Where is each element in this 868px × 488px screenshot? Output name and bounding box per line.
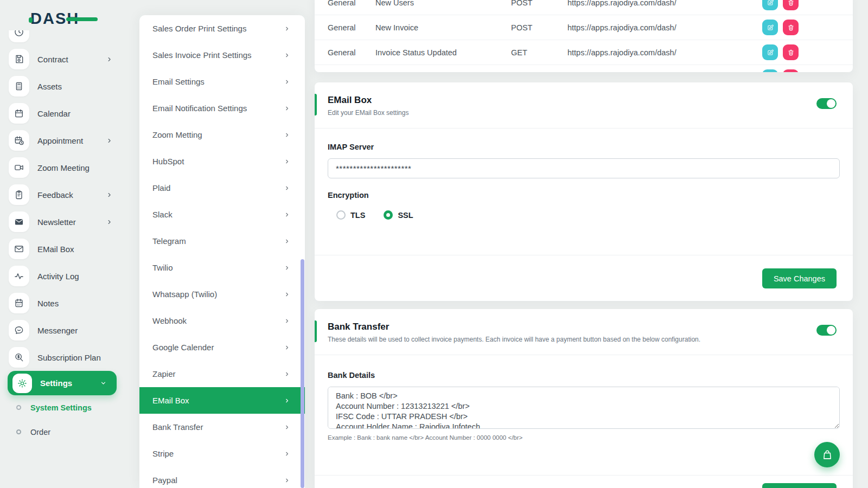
bank-details-textarea[interactable]: Bank : BOB </br> Account Number : 123132… (328, 387, 840, 429)
bank-transfer-save-button[interactable]: Save Changes (762, 483, 837, 488)
header-accent-bar (315, 94, 317, 115)
chevron-right-icon (284, 211, 290, 218)
settings-menu-item-label: Sales Invoice Print Settings (152, 50, 284, 60)
edit-icon (767, 49, 774, 56)
settings-menu-item-google-calender[interactable]: Google Calender (139, 334, 305, 361)
delete-row-button[interactable] (783, 44, 799, 60)
delete-row-button[interactable] (783, 69, 799, 72)
gear-icon-box (12, 374, 32, 393)
edit-row-button[interactable] (762, 20, 778, 35)
cell-url: https://apps.rajodiya.com/dash/ (567, 48, 762, 57)
radio-option-label: SSL (398, 211, 413, 220)
edit-row-button[interactable] (762, 0, 778, 10)
sidebar-item-label: Calendar (37, 109, 71, 118)
encryption-option-tls[interactable]: TLS (336, 210, 365, 220)
sidebar-item-calendar[interactable]: Calendar (0, 100, 130, 127)
brand-logo[interactable]: DASH (30, 10, 101, 29)
sidebar-item-feedback[interactable]: Feedback (0, 181, 130, 208)
settings-menu-item-email-box[interactable]: EMail Box (139, 387, 305, 414)
bank-transfer-card: Bank Transfer These details will be used… (315, 309, 853, 488)
circle-bullet-icon (16, 429, 21, 434)
settings-menu-item-webhook[interactable]: Webhook (139, 307, 305, 334)
chevron-right-icon (284, 238, 290, 245)
email-box-card: EMail Box Edit your EMail Box settings I… (315, 82, 853, 301)
sidebar-item-newsletter[interactable]: Newsletter (0, 208, 130, 235)
email-box-toggle[interactable] (816, 98, 837, 109)
row-actions (762, 69, 799, 72)
panel-scrollbar-thumb[interactable] (301, 259, 304, 488)
settings-menu-item-slack[interactable]: Slack (139, 201, 305, 228)
delete-row-button[interactable] (783, 0, 799, 10)
cart-fab-button[interactable] (814, 442, 840, 467)
circle-bullet-icon (16, 405, 21, 410)
settings-menu-item-telegram[interactable]: Telegram (139, 228, 305, 254)
settings-menu-item-label: Plaid (152, 183, 284, 192)
settings-menu-item-paypal[interactable]: Paypal (139, 467, 305, 488)
sidebar-item-label: Subscription Plan (37, 353, 101, 362)
sidebar-item-notes[interactable]: Notes (0, 290, 130, 317)
settings-menu-item-sales-invoice-print-settings[interactable]: Sales Invoice Print Settings (139, 42, 305, 68)
gear-icon (17, 378, 28, 389)
chevron-right-icon (284, 185, 290, 191)
sidebar-item-activity-log[interactable]: Activity Log (0, 262, 130, 290)
chevron-right-icon (284, 132, 290, 138)
chevron-right-icon (284, 25, 290, 32)
search-dollar-icon-box (9, 347, 29, 368)
notes-icon (14, 298, 24, 309)
trash-icon (787, 0, 795, 7)
settings-menu-item-twilio[interactable]: Twilio (139, 254, 305, 281)
radio-ssl[interactable] (384, 210, 393, 220)
logo-accent-bar (66, 17, 98, 21)
email-box-title: EMail Box (328, 95, 840, 106)
edit-row-button[interactable] (762, 69, 778, 72)
settings-menu-item-hubspot[interactable]: HubSpot (139, 148, 305, 175)
settings-menu-item-email-notification-settings[interactable]: Email Notification Settings (139, 95, 305, 121)
settings-menu-item-plaid[interactable]: Plaid (139, 175, 305, 201)
settings-menu-item-sales-order-print-settings[interactable]: Sales Order Print Settings (139, 15, 305, 42)
pulse-icon (14, 271, 24, 281)
email-box-save-button[interactable]: Save Changes (762, 268, 837, 288)
sidebar-item-label: Newsletter (37, 217, 76, 227)
chevron-right-icon (284, 105, 290, 112)
edit-row-button[interactable] (762, 44, 778, 60)
delete-row-button[interactable] (783, 20, 799, 35)
settings-menu-item-email-settings[interactable]: Email Settings (139, 68, 305, 95)
settings-menu-item-zoom-metting[interactable]: Zoom Metting (139, 121, 305, 148)
settings-menu-item-label: Sales Order Print Settings (152, 24, 284, 33)
sidebar-subitem-system-settings[interactable]: System Settings (0, 395, 130, 420)
sidebar-item-zoom-meeting[interactable]: Zoom Meeting (0, 154, 130, 181)
appointment-icon (14, 135, 24, 146)
sidebar-item-assets[interactable]: Assets (0, 73, 130, 100)
row-actions (762, 44, 799, 60)
sidebar-item-subscription-plan[interactable]: Subscription Plan (0, 344, 130, 371)
chevron-right-icon (284, 424, 290, 431)
settings-menu-item-whatsapp-twilio[interactable]: Whatsapp (Twilio) (139, 281, 305, 307)
sidebar-item-settings[interactable]: Settings (8, 371, 117, 395)
sidebar-item-messenger[interactable]: Messenger (0, 317, 130, 344)
sidebar-item-label: Zoom Meeting (37, 163, 90, 172)
settings-menu-item-stripe[interactable]: Stripe (139, 440, 305, 467)
settings-menu-panel: Sales Order Print SettingsSales Invoice … (139, 15, 305, 488)
encryption-option-ssl[interactable]: SSL (384, 210, 413, 220)
cell-event: Invoice Status Updated (375, 48, 511, 57)
imap-server-input[interactable] (328, 158, 840, 178)
sidebar-item-appointment[interactable]: Appointment (0, 127, 130, 154)
settings-menu-item-label: HubSpot (152, 157, 284, 166)
radio-tls[interactable] (336, 210, 346, 220)
settings-menu-item-bank-transfer[interactable]: Bank Transfer (139, 414, 305, 440)
calendar-icon-box (9, 103, 29, 124)
chevron-right-icon (284, 52, 290, 59)
sidebar-item-contract[interactable]: Contract (0, 46, 130, 73)
email-box-subtitle: Edit your EMail Box settings (328, 109, 840, 117)
clipboard-icon (14, 189, 24, 200)
settings-menu-item-zapier[interactable]: Zapier (139, 361, 305, 387)
sidebar-subitem-order[interactable]: Order (0, 420, 130, 444)
sidebar-item-partial[interactable] (0, 30, 130, 46)
chevron-right-icon (106, 137, 113, 144)
sidebar-item-email-box[interactable]: EMail Box (0, 235, 130, 262)
bank-transfer-toggle[interactable] (816, 325, 837, 336)
settings-menu-item-label: Google Calender (152, 343, 284, 352)
settings-menu-item-label: Zapier (152, 369, 284, 378)
bank-transfer-card-body: Bank Details Bank : BOB </br> Account Nu… (315, 355, 853, 441)
radio-option-label: TLS (350, 211, 365, 220)
